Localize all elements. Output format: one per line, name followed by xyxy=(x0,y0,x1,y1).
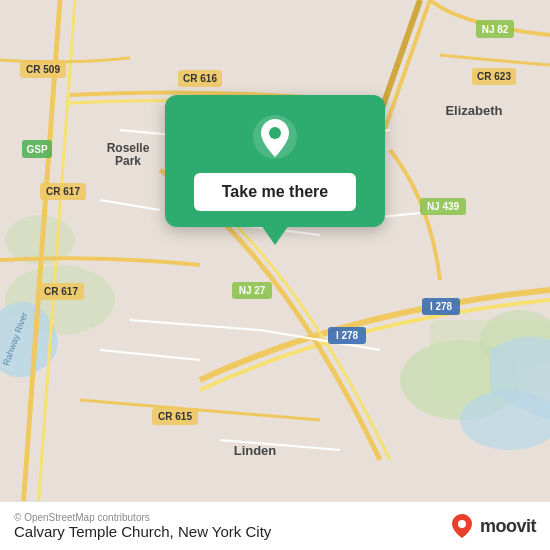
svg-text:CR 623: CR 623 xyxy=(477,71,511,82)
svg-text:I 278: I 278 xyxy=(336,330,359,341)
svg-text:CR 509: CR 509 xyxy=(26,64,60,75)
svg-point-50 xyxy=(269,127,281,139)
bottom-bar: © OpenStreetMap contributors Calvary Tem… xyxy=(0,501,550,550)
svg-text:NJ 27: NJ 27 xyxy=(239,285,266,296)
svg-text:CR 617: CR 617 xyxy=(46,186,80,197)
location-pin-icon xyxy=(251,113,299,161)
svg-text:Park: Park xyxy=(115,154,141,168)
svg-text:NJ 439: NJ 439 xyxy=(427,201,460,212)
map-attribution: © OpenStreetMap contributors xyxy=(14,512,271,523)
svg-point-51 xyxy=(458,520,466,528)
svg-text:CR 617: CR 617 xyxy=(44,286,78,297)
svg-text:CR 615: CR 615 xyxy=(158,411,192,422)
map-container: NJ 82 CR 509 CR 616 CR 623 GSP CR 617 NJ… xyxy=(0,0,550,550)
svg-text:CR 616: CR 616 xyxy=(183,73,217,84)
map-background: NJ 82 CR 509 CR 616 CR 623 GSP CR 617 NJ… xyxy=(0,0,550,550)
popup-card: Take me there xyxy=(165,95,385,227)
place-name-label: Calvary Temple Church, New York City xyxy=(14,523,271,540)
svg-text:NJ 82: NJ 82 xyxy=(482,24,509,35)
moovit-logo-icon xyxy=(448,512,476,540)
svg-text:Elizabeth: Elizabeth xyxy=(445,103,502,118)
svg-text:Roselle: Roselle xyxy=(107,141,150,155)
moovit-logo: moovit xyxy=(448,512,536,540)
take-me-there-button[interactable]: Take me there xyxy=(194,173,356,211)
moovit-brand-text: moovit xyxy=(480,516,536,537)
svg-text:I 278: I 278 xyxy=(430,301,453,312)
svg-text:Linden: Linden xyxy=(234,443,277,458)
svg-text:GSP: GSP xyxy=(26,144,47,155)
bottom-left-info: © OpenStreetMap contributors Calvary Tem… xyxy=(14,512,271,540)
